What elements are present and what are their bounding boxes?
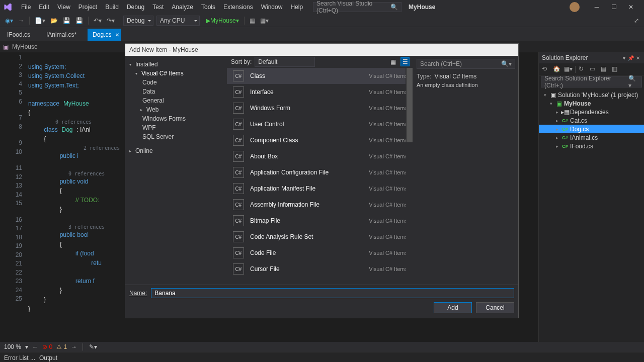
view-list-icon[interactable]: ☰: [400, 57, 410, 66]
tree-ianimal[interactable]: ▸C#IAnimal.cs: [539, 133, 644, 142]
template-item[interactable]: C#Component ClassVisual C# Items: [227, 132, 414, 148]
live-share-icon[interactable]: ⤢: [632, 16, 641, 26]
config-dropdown[interactable]: Debug: [123, 16, 153, 26]
template-item[interactable]: C#Assembly Information FileVisual C# Ite…: [227, 197, 414, 213]
panel-close-icon[interactable]: ✕: [635, 55, 641, 61]
maximize-button[interactable]: ☐: [607, 2, 621, 12]
menu-window[interactable]: Window: [257, 0, 287, 14]
menu-edit[interactable]: Edit: [35, 0, 53, 14]
cat-online[interactable]: ▸Online: [125, 146, 227, 155]
menu-analyze[interactable]: Analyze: [168, 0, 197, 14]
tab-output[interactable]: Output: [39, 354, 57, 361]
cat-winforms[interactable]: Windows Forms: [125, 114, 227, 123]
save-all-icon[interactable]: 💾: [73, 16, 85, 26]
menu-tools[interactable]: Tools: [197, 0, 219, 14]
solution-explorer: Solution Explorer ▾ 📌 ✕ ⟲ 🏠 ▦▾ ↻ ▭ ▤ ▥ S…: [538, 52, 644, 342]
menu-extensions[interactable]: Extensions: [219, 0, 257, 14]
template-item[interactable]: C#About BoxVisual C# Items: [227, 148, 414, 164]
cat-general[interactable]: General: [125, 96, 227, 105]
solution-search-input[interactable]: Search Solution Explorer (Ctrl+;) 🔍▾: [541, 76, 642, 87]
menu-view[interactable]: View: [53, 0, 74, 14]
sol-preview-icon[interactable]: ▥: [612, 65, 620, 73]
undo-icon[interactable]: ↶▾: [92, 16, 104, 26]
sol-sync-icon[interactable]: ↻: [579, 65, 587, 73]
tree-project[interactable]: ▾▣MyHouse: [539, 99, 644, 108]
minimize-button[interactable]: ─: [590, 2, 604, 12]
tree-solution-root[interactable]: ▾▣Solution 'MyHouse' (1 project): [539, 90, 644, 99]
menu-test[interactable]: Test: [148, 0, 168, 14]
toolbar-icon-2[interactable]: ▦▾: [258, 16, 271, 26]
menu-help[interactable]: Help: [286, 0, 307, 14]
close-button[interactable]: ✕: [624, 2, 638, 12]
sort-dropdown[interactable]: Default: [255, 57, 315, 67]
menu-debug[interactable]: Debug: [123, 0, 148, 14]
warning-count-icon[interactable]: ⚠ 1: [56, 343, 67, 350]
template-item[interactable]: C#Code Analysis Rule SetVisual C# Items: [227, 229, 414, 245]
tree-ifood[interactable]: ▸C#IFood.cs: [539, 142, 644, 150]
tree-cat[interactable]: ▸C#Cat.cs: [539, 116, 644, 125]
nav-back-icon[interactable]: ◉▾: [3, 16, 15, 26]
sol-house-icon[interactable]: 🏠: [553, 65, 561, 73]
template-item[interactable]: C#Windows FormVisual C# Items: [227, 100, 414, 116]
template-item[interactable]: C#InterfaceVisual C# Items: [227, 84, 414, 100]
tree-dog[interactable]: ▸C#Dog.cs: [539, 125, 644, 133]
template-item[interactable]: C#Cursor FileVisual C# Items: [227, 261, 414, 277]
nav-fwd-icon[interactable]: →: [16, 16, 26, 26]
sol-properties-icon[interactable]: ▤: [601, 65, 609, 73]
pen-icon[interactable]: ✎▾: [89, 343, 97, 350]
zoom-level[interactable]: 100 %: [4, 343, 21, 350]
template-item[interactable]: C#Code FileVisual C# Items: [227, 245, 414, 261]
cat-vcsharp[interactable]: ▾Visual C# Items: [125, 69, 227, 78]
cat-data[interactable]: Data: [125, 87, 227, 96]
name-input[interactable]: [151, 288, 514, 298]
nav-prev-icon[interactable]: ←: [32, 343, 38, 350]
quick-search-input[interactable]: Search Visual Studio (Ctrl+Q) 🔍: [313, 2, 401, 12]
nav-next-icon[interactable]: →: [71, 343, 77, 350]
platform-dropdown[interactable]: Any CPU: [156, 16, 200, 26]
redo-icon[interactable]: ↷▾: [105, 16, 117, 26]
open-icon[interactable]: 📂: [48, 16, 60, 26]
error-count-icon[interactable]: ⊘ 0: [42, 343, 52, 350]
menu-project[interactable]: Project: [74, 0, 101, 14]
cat-code[interactable]: Code: [125, 78, 227, 87]
tree-dependencies[interactable]: ▸▸▦Dependencies: [539, 108, 644, 116]
tab-close-icon[interactable]: ✕: [115, 32, 119, 38]
menu-build[interactable]: Build: [101, 0, 123, 14]
template-scrollbar[interactable]: [406, 68, 414, 285]
add-button[interactable]: Add: [434, 302, 472, 313]
new-item-icon[interactable]: 📄▾: [33, 16, 47, 26]
scrollbar-thumb[interactable]: [407, 68, 413, 142]
cancel-button[interactable]: Cancel: [476, 302, 514, 313]
tab-ifood[interactable]: IFood.cs: [2, 29, 40, 41]
save-icon[interactable]: 💾: [61, 16, 72, 26]
template-item[interactable]: C#ClassVisual C# Items: [227, 68, 414, 84]
template-item[interactable]: C#Application Configuration FileVisual C…: [227, 164, 414, 180]
sol-showall-icon[interactable]: ▦▾: [564, 65, 572, 73]
tab-error-list[interactable]: Error List ...: [4, 354, 35, 361]
template-name: Bitmap File: [250, 217, 280, 224]
cat-sql[interactable]: SQL Server: [125, 132, 227, 141]
menu-file[interactable]: File: [17, 0, 35, 14]
tab-dog[interactable]: Dog.cs✕: [88, 29, 121, 41]
panel-dropdown-icon[interactable]: ▾: [621, 55, 627, 61]
template-item[interactable]: C#User ControlVisual C# Items: [227, 116, 414, 132]
template-search-input[interactable]: Search (Ctrl+E) 🔍▾: [417, 59, 515, 69]
sol-home-icon[interactable]: ⟲: [542, 65, 550, 73]
tab-ianimal[interactable]: IAnimal.cs*: [41, 29, 87, 41]
panel-pin-icon[interactable]: 📌: [628, 55, 634, 61]
start-button[interactable]: ▶ MyHouse ▾: [204, 16, 241, 26]
type-value: Visual C# Items: [434, 73, 476, 80]
cat-web[interactable]: ▸Web: [125, 105, 227, 114]
add-new-item-dialog: Add New Item - MyHouse ▾Installed ▾Visua…: [125, 43, 519, 318]
template-item[interactable]: C#Application Manifest FileVisual C# Ite…: [227, 180, 414, 197]
cat-installed[interactable]: ▾Installed: [125, 60, 227, 69]
toolbar-icon-1[interactable]: ▦: [248, 16, 257, 26]
template-list[interactable]: C#ClassVisual C# ItemsC#InterfaceVisual …: [227, 68, 414, 285]
view-grid-icon[interactable]: ▦: [388, 57, 397, 66]
cat-wpf[interactable]: WPF: [125, 123, 227, 132]
template-icon: C#: [233, 151, 244, 162]
user-avatar-icon[interactable]: [570, 2, 580, 12]
template-item[interactable]: C#Bitmap FileVisual C# Items: [227, 213, 414, 229]
sol-collapse-icon[interactable]: ▭: [590, 65, 598, 73]
template-category: Visual C# Items: [369, 266, 408, 272]
